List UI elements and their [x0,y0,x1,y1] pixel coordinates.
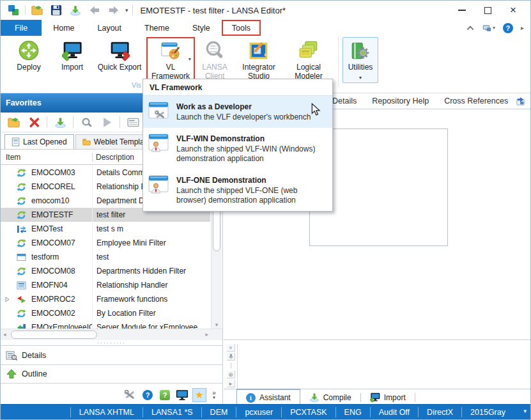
status-audit: Audit Off [370,407,418,417]
scroll-right-icon[interactable]: ▸ [205,331,208,338]
checkin-button[interactable] [68,3,83,17]
menu-header: VL Framework [143,79,332,96]
table-row[interactable]: EMOCOM02By Location Filter [1,306,210,320]
scrollbar-thumb[interactable] [213,205,220,251]
table-row[interactable]: EMOCOM08Departments Hidden Filter [1,264,210,278]
tab-tools[interactable]: Tools [222,20,261,36]
back-button[interactable] [87,3,102,17]
favorites-checkin-button[interactable] [52,114,68,130]
favorites-properties-button[interactable] [125,114,141,130]
close-mini-icon[interactable]: × [227,344,235,352]
favorites-star-icon[interactable]: ★ [192,388,206,402]
separator [25,5,26,15]
status-partition: DEM [201,407,236,417]
undock-icon[interactable] [516,97,526,105]
table-row[interactable]: EMOFN04Relationship Handler [1,278,210,292]
import-button[interactable]: Import [52,37,93,72]
utilities-dropdown-icon[interactable]: ▾ [359,74,362,82]
reusable-part-icon [13,267,29,276]
tools-icon[interactable] [123,388,137,402]
utilities-button[interactable]: Utilities ▾ [342,37,378,83]
details-panel-header[interactable]: Details [1,345,222,364]
mouse-cursor [311,103,321,116]
info-icon: i [246,393,256,403]
status-task: PCXTASK [281,407,335,417]
panel-splitter[interactable]: ········· [1,340,222,345]
tab-cross-references[interactable]: Cross References [436,97,516,105]
expand-icon[interactable]: ▸ [521,24,524,31]
tab-import[interactable]: Import [361,389,415,405]
logical-modeler-button[interactable]: Logical Modeler [283,37,334,81]
help-icon[interactable]: ? [503,23,513,33]
favorites-delete-button[interactable] [26,114,42,130]
table-row[interactable]: EMOxEmployeeIOServer Module for xEmploye… [1,320,210,329]
tab-layout[interactable]: Layout [86,20,134,36]
expand-mini-icon[interactable]: ▸ [227,380,235,387]
more-tools-icon[interactable]: »▾ [210,391,219,400]
menu-item-vlf-win-demo[interactable]: VLF-WIN Demonstration Launch the shipped… [143,128,332,169]
options-icon[interactable]: ⊕ [227,371,235,378]
favorites-open-button[interactable] [6,114,21,130]
reusable-part-icon [13,210,29,220]
lansa-logo-icon [6,3,21,17]
logical-modeler-icon [298,40,319,61]
tab-compile[interactable]: Compile [300,389,360,405]
vl-framework-dropdown-icon[interactable]: ▾ [189,55,191,64]
ribbon-tab-bar: File Home Layout Theme Style Tools ▾ ? ▸ [1,20,530,36]
tab-last-opened[interactable]: Last Opened [4,134,74,149]
deploy-button[interactable]: Deploy [6,37,52,72]
reusable-part-icon [13,309,29,318]
tab-home[interactable]: Home [42,20,86,36]
title-bar: ▾ EMOTESTF - test filter - LANSA Editor*… [1,1,530,20]
left-bottom-toolbar: ? ? ★ »▾ [1,384,222,405]
integrator-studio-button[interactable]: Integrator Studio [235,37,283,81]
scrollbar-thumb[interactable] [11,331,97,339]
ribbon-group-label: Vis [132,81,143,89]
pin-icon[interactable] [227,353,235,361]
horizontal-scrollbar[interactable]: ◂ ▸ [1,329,222,340]
quick-export-button[interactable]: Quick Export [93,37,146,72]
favorites-run-button[interactable] [99,114,114,130]
tab-assistant[interactable]: i Assistant [236,389,300,405]
status-more-icon[interactable]: ▾ [523,408,527,414]
collapse-ribbon-icon[interactable] [466,24,475,32]
save-button[interactable] [49,3,64,17]
help-icon[interactable]: ? [141,388,155,402]
column-item[interactable]: Item [1,153,92,162]
expander-icon[interactable] [1,297,13,302]
screen-settings-icon[interactable]: ▾ [482,24,495,32]
server-module-icon [13,323,29,329]
window-controls: × [458,6,525,15]
monitor-icon[interactable] [175,388,189,402]
menu-item-work-as-developer[interactable]: Work as a Developer Launch the VLF devel… [143,96,332,128]
table-row[interactable]: EMOPROC2Framework functions [1,292,210,306]
scroll-down-icon[interactable]: ▾ [212,322,222,328]
vl-framework-button[interactable]: VL Framework ▾ [146,37,195,82]
function-icon [13,281,29,290]
dots-icon[interactable]: ⋮ [227,362,235,369]
forward-button[interactable] [106,3,121,17]
separator [132,5,133,15]
table-row[interactable]: testformtest [1,250,210,264]
compile-icon [309,393,319,402]
tab-theme[interactable]: Theme [133,20,181,36]
context-help-icon[interactable]: ? [158,388,172,402]
reusable-part-icon [13,196,29,206]
maximize-button[interactable] [483,6,492,15]
close-button[interactable]: × [509,6,518,15]
scroll-left-icon[interactable]: ◂ [3,331,6,338]
table-row[interactable]: EMOTesttest s m [1,222,210,236]
tab-style[interactable]: Style [181,20,222,36]
demo-user-icon [148,134,170,154]
tab-repository-help[interactable]: Repository Help [364,97,436,105]
outline-panel-header[interactable]: Outline [1,364,222,384]
favorites-search-button[interactable] [79,114,94,130]
status-user: pcxuser [236,407,281,417]
minimize-button[interactable] [458,6,466,15]
open-button[interactable] [29,3,45,17]
tab-file[interactable]: File [1,20,42,36]
menu-item-vlf-one-demo[interactable]: VLF-ONE Demonstration Launch the shipped… [143,169,332,211]
table-row[interactable]: EMOCOM07Employee Mini Filter [1,236,210,250]
form-icon [13,253,29,262]
quick-access-more-button[interactable]: ▾ [125,7,128,13]
